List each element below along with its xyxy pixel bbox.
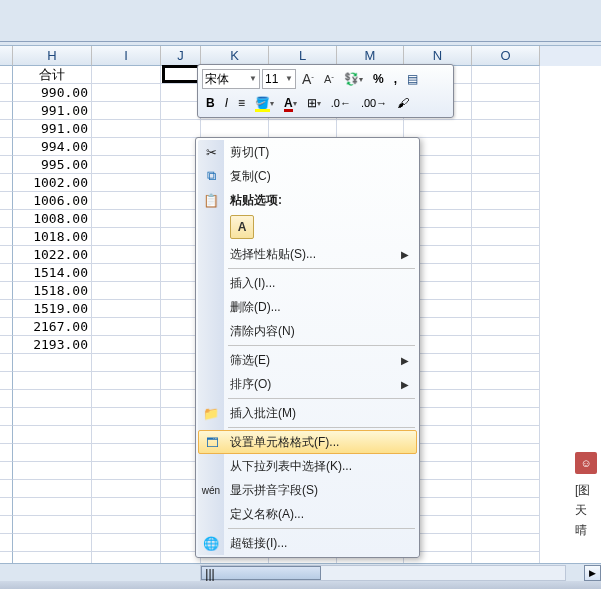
cell-O[interactable]	[472, 264, 540, 282]
cell-H[interactable]: 991.00	[13, 102, 92, 120]
italic-button[interactable]: I	[221, 92, 232, 114]
hscroll-right-button[interactable]: ▶	[584, 565, 601, 581]
cell-I[interactable]	[92, 444, 161, 462]
cell-J[interactable]	[161, 120, 201, 138]
cell-O[interactable]	[472, 228, 540, 246]
cell-M[interactable]	[337, 120, 404, 138]
column-header-H[interactable]: H	[13, 46, 92, 66]
cell-O[interactable]	[472, 66, 540, 84]
cell-H[interactable]	[13, 426, 92, 444]
menu-sort[interactable]: 排序(O) ▶	[198, 372, 417, 396]
cell-L[interactable]	[269, 120, 337, 138]
menu-clear[interactable]: 清除内容(N)	[198, 319, 417, 343]
side-app-icon[interactable]: ☺	[575, 452, 597, 474]
cell-J[interactable]	[161, 84, 201, 102]
cell-O[interactable]	[472, 300, 540, 318]
cell-O[interactable]	[472, 318, 540, 336]
cell-O[interactable]	[472, 246, 540, 264]
cell-I[interactable]	[92, 354, 161, 372]
cell-O[interactable]	[472, 210, 540, 228]
cell-I[interactable]	[92, 534, 161, 552]
cell-H[interactable]	[13, 372, 92, 390]
cell-O[interactable]	[472, 390, 540, 408]
cell-J[interactable]	[161, 66, 201, 84]
cell-H[interactable]	[13, 462, 92, 480]
font-color-button[interactable]: A▾	[280, 92, 301, 114]
column-header-M[interactable]: M	[337, 46, 404, 66]
cell-H[interactable]: 1008.00	[13, 210, 92, 228]
cell-I[interactable]	[92, 228, 161, 246]
cell-O[interactable]	[472, 408, 540, 426]
cell-O[interactable]	[472, 336, 540, 354]
cell-O[interactable]	[472, 534, 540, 552]
cell-H[interactable]	[13, 480, 92, 498]
horizontal-scrollbar[interactable]: ||| ▶	[0, 563, 601, 581]
cell-O[interactable]	[472, 84, 540, 102]
column-header-K[interactable]: K	[201, 46, 269, 66]
cell-I[interactable]	[92, 462, 161, 480]
cell-H[interactable]: 990.00	[13, 84, 92, 102]
cell-I[interactable]	[92, 210, 161, 228]
column-header-J[interactable]: J	[161, 46, 201, 66]
cell-I[interactable]	[92, 516, 161, 534]
column-header-O[interactable]: O	[472, 46, 540, 66]
cell-I[interactable]	[92, 336, 161, 354]
font-size-combo[interactable]: 11▼	[262, 69, 296, 89]
cell-O[interactable]	[472, 426, 540, 444]
menu-insert-comment[interactable]: 📁 插入批注(M)	[198, 401, 417, 425]
cell-O[interactable]	[472, 372, 540, 390]
menu-cut[interactable]: ✂ 剪切(T)	[198, 140, 417, 164]
cell-I[interactable]	[92, 318, 161, 336]
cell-H[interactable]	[13, 516, 92, 534]
cell-O[interactable]	[472, 282, 540, 300]
menu-define-name[interactable]: 定义名称(A)...	[198, 502, 417, 526]
hscroll-track[interactable]: |||	[200, 565, 566, 581]
cell-O[interactable]	[472, 156, 540, 174]
menu-copy[interactable]: ⧉ 复制(C)	[198, 164, 417, 188]
cell-N[interactable]	[404, 120, 472, 138]
menu-show-pinyin[interactable]: wén 显示拼音字段(S)	[198, 478, 417, 502]
column-header-N[interactable]: N	[404, 46, 472, 66]
cell-O[interactable]	[472, 498, 540, 516]
percent-button[interactable]: %	[369, 68, 388, 90]
cell-I[interactable]	[92, 138, 161, 156]
cell-H[interactable]	[13, 498, 92, 516]
cell-H[interactable]	[13, 444, 92, 462]
cell-I[interactable]	[92, 264, 161, 282]
cell-O[interactable]	[472, 444, 540, 462]
accounting-format-button[interactable]: 💱▾	[340, 68, 367, 90]
cell-H[interactable]: 994.00	[13, 138, 92, 156]
fill-color-button[interactable]: 🪣▾	[251, 92, 278, 114]
menu-delete[interactable]: 删除(D)...	[198, 295, 417, 319]
menu-format-cells[interactable]: 🗔 设置单元格格式(F)...	[198, 430, 417, 454]
cell-H[interactable]: 991.00	[13, 120, 92, 138]
cell-I[interactable]	[92, 390, 161, 408]
cell-I[interactable]	[92, 192, 161, 210]
hscroll-thumb[interactable]: |||	[201, 566, 321, 580]
cell-I[interactable]	[92, 480, 161, 498]
shrink-font-button[interactable]: Aˇ	[320, 68, 338, 90]
menu-filter[interactable]: 筛选(E) ▶	[198, 348, 417, 372]
cell-O[interactable]	[472, 102, 540, 120]
cell-I[interactable]	[92, 300, 161, 318]
cell-O[interactable]	[472, 138, 540, 156]
cell-H[interactable]: 1018.00	[13, 228, 92, 246]
cell-I[interactable]	[92, 174, 161, 192]
font-name-combo[interactable]: 宋体▼	[202, 69, 260, 89]
cell-H[interactable]: 1518.00	[13, 282, 92, 300]
cell-H[interactable]: 1006.00	[13, 192, 92, 210]
cell-J[interactable]	[161, 102, 201, 120]
cell-O[interactable]	[472, 480, 540, 498]
cell-O[interactable]	[472, 192, 540, 210]
cell-H[interactable]: 1514.00	[13, 264, 92, 282]
increase-decimal-button[interactable]: .00→	[357, 92, 391, 114]
column-header-I[interactable]: I	[92, 46, 161, 66]
grow-font-button[interactable]: Aˆ	[298, 68, 318, 90]
format-painter-button[interactable]: 🖌	[393, 92, 413, 114]
menu-insert[interactable]: 插入(I)...	[198, 271, 417, 295]
cell-H[interactable]: 合计	[13, 66, 92, 84]
cell-H[interactable]	[13, 390, 92, 408]
cell-I[interactable]	[92, 372, 161, 390]
paste-option-values[interactable]: A	[230, 215, 254, 239]
menu-paste-special[interactable]: 选择性粘贴(S)... ▶	[198, 242, 417, 266]
